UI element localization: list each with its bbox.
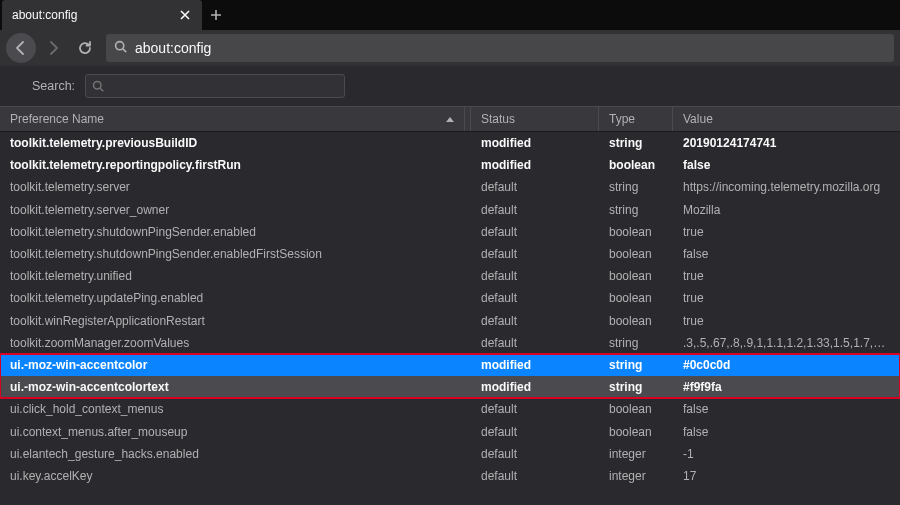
pref-row[interactable]: ui.key.accelKeydefaultinteger17 [0, 465, 900, 487]
pref-status: modified [471, 158, 599, 172]
pref-name: ui.key.accelKey [0, 469, 471, 483]
pref-name: toolkit.telemetry.unified [0, 269, 471, 283]
highlighted-group: ui.-moz-win-accentcolormodifiedstring#0c… [0, 354, 900, 398]
col-status[interactable]: Status [471, 107, 599, 131]
pref-status: modified [471, 358, 599, 372]
pref-value: #0c0c0d [673, 358, 900, 372]
pref-value: true [673, 269, 900, 283]
col-value[interactable]: Value [673, 107, 900, 131]
pref-status: modified [471, 380, 599, 394]
pref-name: toolkit.telemetry.shutdownPingSender.ena… [0, 225, 471, 239]
pref-row[interactable]: toolkit.zoomManager.zoomValuesdefaultstr… [0, 332, 900, 354]
pref-status: default [471, 402, 599, 416]
pref-type: string [599, 358, 673, 372]
close-icon[interactable] [178, 8, 192, 22]
reload-button[interactable] [70, 33, 100, 63]
pref-type: string [599, 180, 673, 194]
tab-title: about:config [12, 8, 77, 22]
pref-status: default [471, 447, 599, 461]
pref-value: true [673, 225, 900, 239]
pref-name: ui.-moz-win-accentcolortext [0, 380, 471, 394]
pref-type: boolean [599, 225, 673, 239]
pref-row[interactable]: ui.context_menus.after_mouseupdefaultboo… [0, 420, 900, 442]
url-bar[interactable]: about:config [106, 34, 894, 62]
pref-value: -1 [673, 447, 900, 461]
pref-type: boolean [599, 269, 673, 283]
pref-status: default [471, 291, 599, 305]
pref-value: https://incoming.telemetry.mozilla.org [673, 180, 900, 194]
pref-row[interactable]: ui.elantech_gesture_hacks.enableddefault… [0, 443, 900, 465]
toolbar: about:config [0, 30, 900, 66]
pref-status: default [471, 269, 599, 283]
pref-type: string [599, 380, 673, 394]
col-type[interactable]: Type [599, 107, 673, 131]
pref-row[interactable]: toolkit.telemetry.serverdefaultstringhtt… [0, 176, 900, 198]
pref-value: #f9f9fa [673, 380, 900, 394]
pref-name: toolkit.zoomManager.zoomValues [0, 336, 471, 350]
pref-value: false [673, 425, 900, 439]
pref-status: default [471, 180, 599, 194]
pref-type: boolean [599, 402, 673, 416]
pref-row[interactable]: toolkit.telemetry.server_ownerdefaultstr… [0, 199, 900, 221]
pref-row[interactable]: toolkit.telemetry.updatePing.enableddefa… [0, 287, 900, 309]
col-preference-name[interactable]: Preference Name [0, 107, 465, 131]
pref-status: default [471, 203, 599, 217]
pref-value: .3,.5,.67,.8,.9,1,1.1,1.2,1.33,1.5,1.7,2… [673, 336, 900, 350]
pref-row[interactable]: toolkit.telemetry.reportingpolicy.firstR… [0, 154, 900, 176]
pref-type: boolean [599, 314, 673, 328]
back-button[interactable] [6, 33, 36, 63]
pref-status: default [471, 425, 599, 439]
search-icon [114, 39, 127, 57]
sort-ascending-icon [446, 117, 454, 122]
pref-name: toolkit.telemetry.previousBuildID [0, 136, 471, 150]
pref-value: 17 [673, 469, 900, 483]
pref-row[interactable]: ui.-moz-win-accentcolortextmodifiedstrin… [0, 376, 900, 398]
pref-type: string [599, 136, 673, 150]
pref-type: boolean [599, 247, 673, 261]
pref-row[interactable]: toolkit.telemetry.shutdownPingSender.ena… [0, 243, 900, 265]
pref-value: false [673, 158, 900, 172]
pref-status: default [471, 314, 599, 328]
pref-name: toolkit.telemetry.reportingpolicy.firstR… [0, 158, 471, 172]
search-label: Search: [32, 79, 75, 93]
pref-name: toolkit.telemetry.server_owner [0, 203, 471, 217]
pref-row[interactable]: toolkit.telemetry.unifieddefaultbooleant… [0, 265, 900, 287]
pref-name: toolkit.telemetry.server [0, 180, 471, 194]
pref-row[interactable]: toolkit.winRegisterApplicationRestartdef… [0, 310, 900, 332]
pref-status: modified [471, 136, 599, 150]
svg-point-1 [94, 82, 102, 90]
new-tab-button[interactable] [202, 0, 230, 30]
pref-type: string [599, 336, 673, 350]
pref-row[interactable]: toolkit.telemetry.shutdownPingSender.ena… [0, 221, 900, 243]
pref-value: true [673, 314, 900, 328]
column-headers[interactable]: Preference Name Status Type Value [0, 106, 900, 132]
pref-name: ui.-moz-win-accentcolor [0, 358, 471, 372]
pref-type: boolean [599, 158, 673, 172]
svg-point-0 [116, 42, 124, 50]
pref-type: boolean [599, 425, 673, 439]
pref-value: false [673, 247, 900, 261]
pref-row[interactable]: toolkit.telemetry.previousBuildIDmodifie… [0, 132, 900, 154]
pref-value: 20190124174741 [673, 136, 900, 150]
tab-about-config[interactable]: about:config [2, 0, 202, 30]
pref-status: default [471, 336, 599, 350]
url-text: about:config [135, 40, 211, 56]
pref-name: ui.elantech_gesture_hacks.enabled [0, 447, 471, 461]
pref-value: true [673, 291, 900, 305]
pref-status: default [471, 247, 599, 261]
pref-type: integer [599, 469, 673, 483]
search-input[interactable] [85, 74, 345, 98]
pref-name: toolkit.telemetry.updatePing.enabled [0, 291, 471, 305]
pref-name: toolkit.telemetry.shutdownPingSender.ena… [0, 247, 471, 261]
pref-type: boolean [599, 291, 673, 305]
pref-row[interactable]: ui.-moz-win-accentcolormodifiedstring#0c… [0, 354, 900, 376]
pref-row[interactable]: ui.click_hold_context_menusdefaultboolea… [0, 398, 900, 420]
pref-name: ui.click_hold_context_menus [0, 402, 471, 416]
pref-name: toolkit.winRegisterApplicationRestart [0, 314, 471, 328]
pref-status: default [471, 225, 599, 239]
pref-name: ui.context_menus.after_mouseup [0, 425, 471, 439]
forward-button[interactable] [38, 33, 68, 63]
pref-type: integer [599, 447, 673, 461]
pref-status: default [471, 469, 599, 483]
pref-value: false [673, 402, 900, 416]
